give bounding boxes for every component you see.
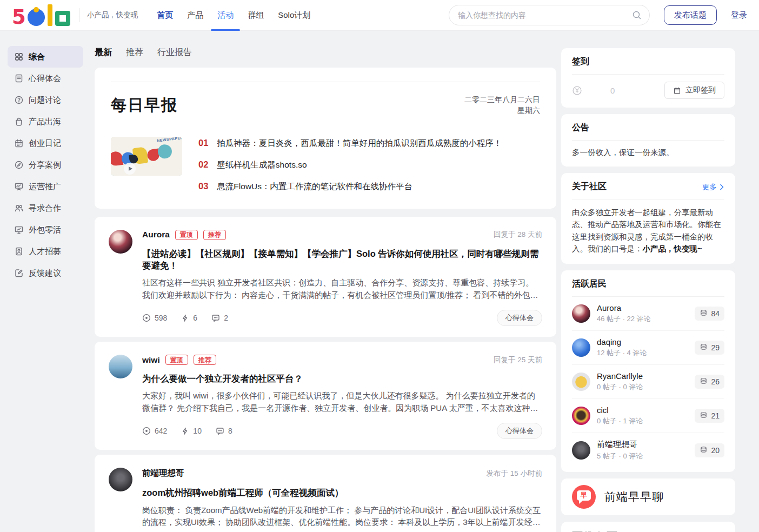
sidebar-item-cooperation[interactable]: 寻求合作	[8, 197, 83, 219]
post-title[interactable]: zoom杭州招聘web前端工程师（可全程视频面试）	[142, 487, 542, 498]
search-input[interactable]	[458, 11, 632, 19]
id-card-icon	[14, 247, 24, 256]
post-time: 回复于 28 天前	[494, 230, 542, 240]
resident-row[interactable]: RyanCarllyle 0 帖子 · 0 评论 26	[572, 365, 724, 399]
category-tag[interactable]: 心得体会	[497, 423, 542, 439]
resident-meta: 12 帖子 · 4 评论	[597, 348, 647, 358]
resident-score-badge: 84	[695, 307, 724, 321]
nav-tab-products[interactable]: 产品	[180, 0, 210, 31]
publish-topic-button[interactable]: 发布话题	[664, 5, 717, 25]
post-title[interactable]: 【进站必读】【社区规则】【接单需知】【学会推广】Solo 告诉你如何使用社区，同…	[142, 248, 542, 272]
category-tag[interactable]: 心得体会	[497, 310, 542, 326]
post-author[interactable]: 前端理想哥	[142, 468, 184, 479]
daily-report-item[interactable]: 03 息流FlowUs：内置工作流的笔记软件和在线协作平台	[198, 181, 502, 192]
checkin-card: 签到 0 立即签到	[561, 48, 735, 108]
right-sidebar: 签到 0 立即签到 公告 多一份收入，保证一份来源。 关于社区 更多	[561, 48, 735, 532]
bag-icon	[14, 117, 24, 127]
checkin-now-button[interactable]: 立即签到	[664, 82, 724, 99]
announcement-text: 多一份收入，保证一份来源。	[572, 148, 724, 158]
feed-tabs: 最新 推荐 行业报告	[95, 47, 556, 58]
checkin-count: 0	[610, 86, 615, 95]
daily-report-list: 01 拍瓜神器：夏日炎炎，西瓜最甜！简单好用的拍瓜识别西瓜成熟度的小程序！ 02…	[198, 137, 502, 192]
avatar[interactable]	[572, 304, 590, 323]
post-title[interactable]: 为什么要做一个独立开发者的社区平台？	[142, 373, 542, 384]
calendar-icon	[14, 138, 24, 148]
question-circle-icon	[14, 95, 24, 105]
resident-row[interactable]: 前端理想哥 5 帖子 · 0 评论 20	[572, 433, 724, 463]
nav-tab-solo-plan[interactable]: Solo计划	[271, 0, 317, 31]
views-stat[interactable]: 642	[142, 427, 167, 435]
logo-letter-l	[48, 4, 52, 26]
sidebar-item-overseas[interactable]: 产品出海	[8, 111, 83, 132]
resident-name[interactable]: cicl	[597, 405, 643, 415]
sidebar-item-experience[interactable]: 心得体会	[8, 68, 83, 89]
sidebar-item-feedback[interactable]: 反馈建议	[8, 262, 83, 284]
resident-row[interactable]: Aurora 46 帖子 · 22 评论 84	[572, 297, 724, 331]
logo-letter-s: 5	[12, 9, 25, 26]
zap-stat[interactable]: 10	[181, 427, 202, 435]
resident-meta: 46 帖子 · 22 评论	[597, 314, 651, 324]
sidebar-item-outsourcing[interactable]: 外包零活	[8, 219, 83, 241]
avatar[interactable]	[109, 468, 132, 491]
lightning-icon	[181, 427, 189, 435]
wechat-group-card: Solo 独立开发者交流群 添加小助手 wiwi 看看成功者是怎么做的吧~	[561, 522, 735, 532]
avatar[interactable]	[572, 338, 590, 357]
resident-row[interactable]: daqing 12 帖子 · 4 评论 29	[572, 331, 724, 365]
post-card[interactable]: 前端理想哥 发布于 15 小时前 zoom杭州招聘web前端工程师（可全程视频面…	[95, 455, 556, 532]
active-residents-card: 活跃居民 Aurora 46 帖子 · 22 评论 84 daqing 12 帖…	[561, 270, 735, 472]
feedback-icon	[14, 268, 24, 278]
resident-name[interactable]: daqing	[597, 337, 647, 347]
resident-score-badge: 21	[695, 409, 724, 423]
sidebar-item-general[interactable]: 综合	[8, 46, 83, 68]
resident-name[interactable]: 前端理想哥	[597, 440, 643, 450]
solo-logo[interactable]: 5	[12, 4, 70, 26]
sidebar-item-questions[interactable]: 问题讨论	[8, 89, 83, 111]
nav-tab-activities[interactable]: 活动	[210, 0, 241, 31]
views-icon	[142, 314, 151, 322]
coins-icon	[700, 309, 708, 317]
main-nav: 首页 产品 活动 群组 Solo计划	[150, 0, 317, 31]
sidebar-item-cases[interactable]: 分享案例	[8, 154, 83, 176]
comments-stat[interactable]: 2	[211, 314, 228, 322]
checkin-title: 签到	[572, 56, 724, 68]
post-card[interactable]: Aurora 置顶 推荐 回复于 28 天前 【进站必读】【社区规则】【接单需知…	[95, 217, 556, 337]
lightning-icon	[181, 314, 189, 322]
daily-report-thumbnail[interactable]: NEWSPAPER	[111, 137, 182, 176]
post-author[interactable]: wiwi	[142, 355, 160, 365]
sidebar-item-diary[interactable]: 创业日记	[8, 132, 83, 154]
avatar[interactable]	[572, 407, 590, 425]
resident-name[interactable]: RyanCarllyle	[597, 371, 643, 381]
about-community-card: 关于社区 更多 由众多独立开发者一起组建，分享最新动态、推动产品落地及运营和市场…	[561, 173, 735, 264]
resident-row[interactable]: cicl 0 帖子 · 1 评论 21	[572, 399, 724, 433]
zaozaoliao-banner[interactable]: 早 前端早早聊	[561, 478, 735, 515]
avatar[interactable]	[109, 230, 132, 254]
play-icon[interactable]	[124, 163, 136, 175]
login-link[interactable]: 登录	[731, 10, 747, 21]
tab-recommended[interactable]: 推荐	[126, 47, 143, 58]
comments-stat[interactable]: 8	[216, 427, 232, 435]
sidebar-item-marketing[interactable]: 运营推广	[8, 176, 83, 197]
sidebar-item-recruitment[interactable]: 人才招募	[8, 241, 83, 262]
category-sidebar: 综合 心得体会 问题讨论 产品出海 创业日记 分享案例 运营推广 寻求合作	[8, 46, 83, 284]
resident-name[interactable]: Aurora	[597, 303, 651, 312]
search-icon[interactable]	[632, 10, 642, 20]
zap-stat[interactable]: 6	[181, 314, 197, 322]
nav-tab-home[interactable]: 首页	[150, 0, 180, 31]
tab-industry-report[interactable]: 行业报告	[157, 47, 192, 58]
tab-latest[interactable]: 最新	[95, 47, 112, 58]
daily-report-item[interactable]: 02 壁纸样机生成器shots.so	[198, 159, 502, 171]
top-header: 5 小产品，快变现 首页 产品 活动 群组 Solo计划 发布话题 登录	[0, 0, 759, 31]
daily-report-item[interactable]: 01 拍瓜神器：夏日炎炎，西瓜最甜！简单好用的拍瓜识别西瓜成熟度的小程序！	[198, 138, 502, 149]
views-stat[interactable]: 598	[142, 314, 167, 322]
more-link[interactable]: 更多	[702, 182, 724, 192]
recommended-badge: 推荐	[203, 230, 226, 240]
daily-report-date: 二零二三年八月二六日 星期六	[464, 94, 540, 116]
post-author[interactable]: Aurora	[142, 230, 170, 240]
coins-icon	[700, 343, 708, 351]
avatar[interactable]	[572, 373, 590, 391]
avatar[interactable]	[109, 355, 132, 378]
post-card[interactable]: wiwi 置顶 推荐 回复于 25 天前 为什么要做一个独立开发者的社区平台？ …	[95, 342, 556, 450]
daily-report-card[interactable]: 每日早报 二零二三年八月二六日 星期六 NEWSPAPER 01	[95, 68, 556, 209]
avatar[interactable]	[572, 441, 590, 460]
nav-tab-groups[interactable]: 群组	[241, 0, 271, 31]
